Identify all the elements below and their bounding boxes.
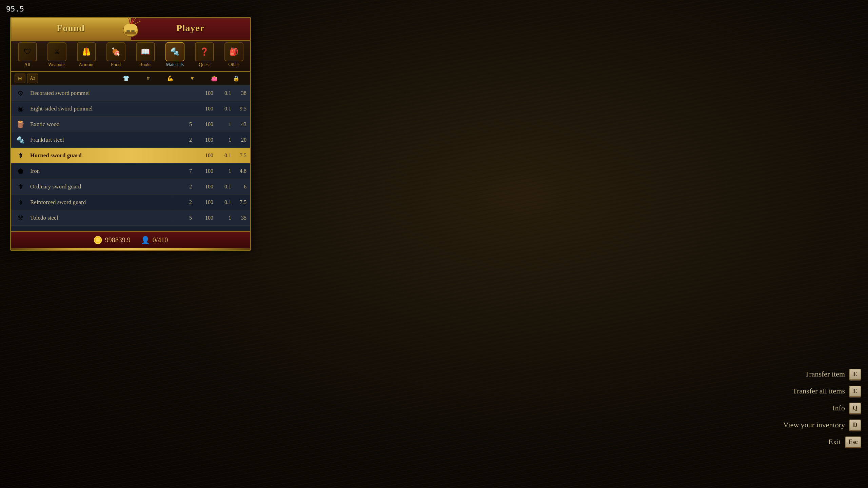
sort-qty-icon: 💪	[160, 75, 180, 82]
item-condition: 100	[195, 199, 213, 205]
category-label-all: All	[24, 62, 31, 68]
item-name: Reinforced sword guard	[30, 199, 177, 206]
keybind-row-info[interactable]: InfoQ	[832, 403, 861, 413]
item-row[interactable]: 🗡Reinforced sword guard21000.17.5	[11, 195, 250, 210]
item-qty: 5	[177, 215, 192, 221]
keybind-key: E	[849, 369, 861, 380]
category-materials[interactable]: 🔩Materials	[160, 41, 189, 69]
sort-filter-btn[interactable]: ⊟	[15, 74, 25, 83]
item-condition: 100	[195, 184, 213, 190]
item-value: 6	[231, 184, 246, 190]
item-name: Frankfurt steel	[30, 137, 177, 143]
item-weight: 1	[216, 168, 231, 174]
item-row[interactable]: ⬟Iron710014.8	[11, 163, 250, 179]
item-name: Decorated sword pommel	[30, 90, 177, 97]
category-icon-quest: ❓	[195, 42, 214, 61]
category-other[interactable]: 🎒Other	[219, 41, 248, 69]
category-label-books: Books	[139, 62, 152, 68]
category-label-other: Other	[229, 62, 239, 68]
sort-alpha-btn[interactable]: Αz	[27, 74, 38, 83]
fps-counter: 95.5	[6, 5, 24, 13]
item-value: 35	[231, 215, 246, 221]
category-label-food: Food	[111, 62, 121, 68]
category-icon-food: 🍖	[106, 42, 125, 61]
category-food[interactable]: 🍖Food	[101, 41, 130, 69]
category-label-materials: Materials	[166, 62, 184, 68]
item-value: 20	[231, 137, 246, 143]
item-weight: 1	[216, 137, 231, 143]
keybind-label: Exit	[828, 438, 841, 446]
item-icon: 🗡	[15, 197, 26, 208]
gold-icon: 🪙	[93, 236, 102, 245]
item-weight: 0.1	[216, 90, 231, 96]
item-condition: 100	[195, 215, 213, 221]
item-value: 7.5	[231, 152, 246, 159]
keybind-label: View your inventory	[783, 421, 845, 429]
category-armour[interactable]: 🦺Armour	[72, 41, 101, 69]
header-tabs: Found	[11, 17, 250, 41]
item-icon: ◉	[15, 103, 26, 115]
item-condition: 100	[195, 121, 213, 127]
svg-rect-8	[126, 30, 130, 32]
item-qty: 2	[177, 137, 192, 143]
keybind-row-transfer-all-items[interactable]: Transfer all itemsE	[793, 386, 861, 396]
item-row[interactable]: 🗡Ordinary sword guard21000.16	[11, 179, 250, 195]
tab-found[interactable]: Found	[11, 17, 131, 40]
tab-player[interactable]: Player	[131, 17, 250, 40]
sort-extra-icon: 🔒	[226, 75, 246, 82]
item-weight: 1	[216, 215, 231, 221]
sort-val-icon: 👛	[204, 75, 224, 82]
categories-row: 🛡All⚔Weapons🦺Armour🍖Food📖Books🔩Materials…	[11, 41, 250, 72]
header-deco	[114, 17, 147, 40]
category-label-quest: Quest	[199, 62, 210, 68]
item-icon: ⬟	[15, 165, 26, 177]
category-all[interactable]: 🛡All	[13, 41, 42, 69]
item-weight: 0.1	[216, 152, 231, 159]
helmet-deco-icon	[115, 17, 146, 40]
category-label-weapons: Weapons	[48, 62, 65, 68]
item-qty: 5	[177, 121, 192, 127]
item-row[interactable]: 🗡Horned sword guard1000.17.5	[11, 148, 250, 163]
keybind-key: E	[849, 386, 861, 396]
item-list[interactable]: ⚙Decorated sword pommel1000.138◉Eight-si…	[11, 85, 250, 231]
category-icon-books: 📖	[136, 42, 155, 61]
category-icon-weapons: ⚔	[47, 42, 66, 61]
item-row[interactable]: ◉Eight-sided sword pommel1000.19.5	[11, 101, 250, 117]
keybind-label: Transfer item	[805, 370, 845, 379]
svg-rect-7	[125, 32, 136, 35]
category-weapons[interactable]: ⚔Weapons	[42, 41, 71, 69]
item-row[interactable]: ⚙Decorated sword pommel1000.138	[11, 85, 250, 101]
gold-amount: 998839.9	[105, 236, 131, 244]
item-condition: 100	[195, 90, 213, 96]
keybind-row-transfer-item[interactable]: Transfer itemE	[805, 369, 861, 380]
item-icon: ⚒	[15, 212, 26, 224]
item-row[interactable]: ⚒Toledo steel5100135	[11, 210, 250, 226]
item-name: Iron	[30, 168, 177, 175]
item-value: 9.5	[231, 106, 246, 112]
item-value: 7.5	[231, 199, 246, 205]
category-label-armour: Armour	[79, 62, 94, 68]
category-icon-all: 🛡	[18, 42, 37, 61]
item-name: Toledo steel	[30, 215, 177, 221]
item-qty: 7	[177, 168, 192, 174]
item-weight: 0.1	[216, 199, 231, 205]
item-row[interactable]: 🪵Exotic wood5100143	[11, 117, 250, 132]
capacity-value: 0/410	[153, 236, 168, 244]
category-books[interactable]: 📖Books	[131, 41, 160, 69]
item-condition: 100	[195, 106, 213, 112]
panel-footer: 🪙 998839.9 👤 0/410	[11, 231, 250, 248]
category-quest[interactable]: ❓Quest	[190, 41, 219, 69]
item-row[interactable]: 🔩Frankfurt steel2100120	[11, 132, 250, 148]
item-weight: 1	[216, 121, 231, 127]
item-name: Exotic wood	[30, 121, 177, 128]
item-icon: 🗡	[15, 181, 26, 192]
capacity-icon: 👤	[141, 236, 150, 245]
keybind-row-view-your-inventory[interactable]: View your inventoryD	[783, 420, 861, 430]
keybind-row-exit[interactable]: ExitEsc	[828, 436, 861, 447]
keybind-label: Transfer all items	[793, 387, 845, 395]
bottom-deco	[11, 248, 250, 250]
item-name: Horned sword guard	[30, 152, 177, 159]
item-condition: 100	[195, 152, 213, 159]
tab-found-label: Found	[57, 23, 85, 34]
item-weight: 0.1	[216, 106, 231, 112]
